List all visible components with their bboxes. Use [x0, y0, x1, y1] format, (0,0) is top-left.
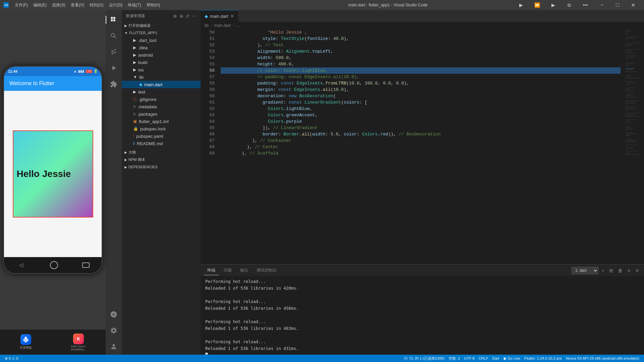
status-spaces[interactable]: 空格: 2 [446, 355, 462, 362]
breadcrumb-symbol[interactable]: ... [236, 23, 239, 28]
folder-idea[interactable]: ▶ .idea [122, 44, 201, 51]
tab-close-button[interactable]: ✕ [230, 13, 234, 19]
line-num-65: 65 [203, 125, 215, 131]
breadcrumb-file[interactable]: main.dart [214, 23, 231, 28]
file-packages[interactable]: ≡ .packages [122, 110, 201, 118]
code-line-65-text: ]), // LinearGradient [221, 125, 318, 131]
source-control-icon[interactable] [106, 44, 122, 60]
tab-debug-console[interactable]: 调试控制台 [253, 266, 280, 275]
terminal-tabs: 终端 问题 输出 调试控制台 1: dart + ⊞ 🗑 ∧ ✕ [201, 264, 644, 276]
folder-dart-tool[interactable]: ▶ .dart_tool [122, 37, 201, 44]
tab-main-dart[interactable]: ◆ main.dart ✕ [201, 10, 238, 22]
menu-select[interactable]: 选择(S) [49, 0, 68, 10]
menu-terminal[interactable]: 终端(T) [125, 0, 144, 10]
dart-tab-icon: ◆ [205, 14, 208, 19]
account-icon[interactable] [106, 339, 122, 355]
code-line-56: // color: Colors.lightBlue, [221, 67, 621, 74]
menu-run[interactable]: 运行(D) [106, 0, 125, 10]
file-pubspec-yaml[interactable]: ! pubspec.yaml [122, 132, 201, 140]
more-button[interactable]: ••• [578, 0, 593, 10]
line-num-58: 58 [203, 80, 215, 86]
menu-help[interactable]: 帮助(H) [144, 0, 163, 10]
file-metadata[interactable]: ≡ .metadata [122, 103, 201, 110]
terminal-split-button[interactable]: ⊞ [608, 267, 614, 274]
folder-ios[interactable]: ▶ ios [122, 66, 201, 73]
minimize-button[interactable]: − [594, 0, 610, 10]
menu-view[interactable]: 查看(V) [68, 0, 87, 10]
code-editor: 50 51 52 53 54 55 56 57 58 59 60 61 62 6… [201, 29, 644, 264]
section-open-editors[interactable]: ▶ 打开的编辑器 [122, 22, 201, 29]
run-without-debug-button[interactable]: ▶ [545, 0, 561, 10]
new-file-icon[interactable]: ⊕ [173, 13, 177, 19]
maximize-button[interactable]: □ [610, 0, 625, 10]
folder-ios-label: ios [138, 67, 144, 72]
open-editors-arrow: ▶ [124, 24, 127, 27]
run-icon[interactable] [106, 60, 122, 76]
code-line-55-text: height: 400.0, [221, 61, 294, 67]
collapse-icon[interactable]: ⋯ [192, 13, 197, 19]
code-line-52-text: ), // Text [221, 42, 283, 48]
file-gitignore[interactable]: ⬡ .gitignore [122, 96, 201, 103]
menu-goto[interactable]: 转到(G) [87, 0, 106, 10]
section-project[interactable]: ▼ FLUTTER_APP1 [122, 29, 201, 37]
status-encoding[interactable]: UTF-8 [462, 355, 477, 362]
breadcrumb-sep2: › [233, 23, 234, 28]
menu-edit[interactable]: 编辑(E) [31, 0, 49, 10]
home-button[interactable] [50, 261, 58, 269]
folder-android[interactable]: ▶ android [122, 51, 201, 59]
project-label: FLUTTER_APP1 [129, 31, 157, 35]
terminal-up-button[interactable]: ∧ [626, 267, 632, 274]
file-iml[interactable]: ▣ flutter_app1.iml [122, 118, 201, 125]
status-errors[interactable]: ⊗ 0 ⚠ 0 [3, 355, 20, 362]
status-device[interactable]: Nexus 5X API 29 x86 (android-x86-emulato… [564, 355, 641, 362]
remote-icon[interactable] [106, 306, 122, 322]
menu-file[interactable]: 文件(F) [12, 0, 31, 10]
terminal-add-button[interactable]: + [600, 267, 606, 274]
terminal-trash-button[interactable]: 🗑 [616, 267, 624, 274]
folder-build[interactable]: ▶ build [122, 59, 201, 66]
run-button[interactable]: ▶ [513, 0, 529, 10]
file-pubspec-lock[interactable]: 🔒 pubspec.lock [122, 125, 201, 132]
battery-icon: 🔋 [94, 69, 98, 73]
search-icon[interactable] [106, 28, 122, 44]
breadcrumb: lib › main.dart › ... [201, 22, 644, 29]
tab-problems[interactable]: 问题 [220, 266, 235, 275]
status-language[interactable]: Dart [490, 355, 501, 362]
file-packages-label: .packages [138, 112, 157, 117]
terminal-dropdown[interactable]: 1: dart [572, 267, 598, 274]
file-readme[interactable]: ℹ README.md [122, 140, 201, 147]
recents-button[interactable] [82, 262, 90, 268]
status-line-ending[interactable]: CRLF [477, 355, 490, 362]
status-line-col[interactable]: 行 73, 列 1 (已选择2300) [402, 355, 446, 362]
tab-terminal[interactable]: 终端 [204, 266, 219, 275]
section-outline[interactable]: ▶ 大纲 [122, 148, 201, 156]
section-dependencies[interactable]: ▶ DEPENDENCIES [122, 163, 201, 171]
section-npm[interactable]: ▶ NPM 脚本 [122, 156, 201, 163]
explorer-icon[interactable] [106, 12, 122, 28]
signal-icon: ▮▮▮ [78, 69, 84, 73]
terminal-content[interactable]: Performing hot reload... Reloaded 1 of 5… [201, 276, 644, 355]
taskbar-item-kms[interactable]: K KMS Tools v20190801(... [71, 334, 86, 351]
breadcrumb-lib[interactable]: lib [205, 23, 209, 28]
refresh-icon[interactable]: ↺ [185, 13, 190, 19]
taskbar-item-baidu[interactable]: 百度网盘 [20, 334, 32, 350]
code-line-59-text: margin: const EdgeInsets.all(10.0), [221, 86, 349, 93]
sidebar-header-icons: ⊕ ⊕ ↺ ⋯ [173, 13, 197, 19]
status-flutter[interactable]: Flutter: 1.24.0-10.2.pre [522, 355, 564, 362]
extensions-icon[interactable] [106, 76, 122, 92]
file-main-dart[interactable]: ◆ main.dart [122, 81, 201, 88]
close-button[interactable]: ✕ [625, 0, 641, 10]
new-folder-icon[interactable]: ⊕ [179, 13, 184, 19]
folder-lib[interactable]: ▼ lib [122, 73, 201, 81]
run-debug-button[interactable]: ⏩ [529, 0, 545, 10]
left-panel: 11:44 ▲ ▮▮▮ LTE 🔋 Welcome to Flutter Hel… [0, 10, 106, 355]
tab-output[interactable]: 输出 [237, 266, 252, 275]
folder-test[interactable]: ▶ test [122, 88, 201, 96]
code-content[interactable]: 'Hello Jessie , style: TextStyle(fontSiz… [217, 29, 624, 264]
phone-time: 11:44 [8, 69, 17, 73]
back-button[interactable]: ◁ [16, 260, 26, 270]
split-editor-button[interactable]: ⧉ [561, 0, 577, 10]
settings-icon[interactable] [106, 322, 122, 339]
status-go-live[interactable]: ◉ Go Live [501, 355, 522, 362]
terminal-close-button[interactable]: ✕ [634, 267, 641, 274]
